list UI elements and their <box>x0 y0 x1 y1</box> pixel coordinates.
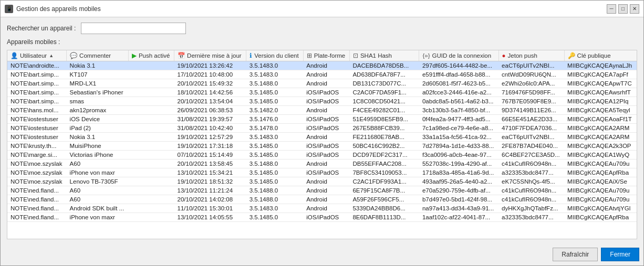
col-header-push[interactable]: ▶ Push activé <box>128 50 174 61</box>
table-cell: 8E6DAF8B1113D... <box>349 213 419 222</box>
table-cell: MIIBCgKCAQEApfRba <box>564 213 637 222</box>
table-cell: 31/08/2021 10:42:40 <box>174 124 246 133</box>
table-cell: MIIBCgKCAQEApfRba <box>564 168 637 177</box>
table-cell: DB55EFFAAC208... <box>349 159 419 168</box>
close-button-footer[interactable]: Fermer <box>601 248 639 261</box>
table-cell: DACEB6DA78D5B... <box>349 61 419 70</box>
search-input[interactable] <box>81 23 186 34</box>
section-label: Appareils mobiles : <box>7 38 637 46</box>
table-cell: 07/10/2021 15:14:49 <box>174 151 246 159</box>
table-row[interactable]: NOTE\ned.fland...Android SDK built ...11… <box>7 204 637 213</box>
table-row[interactable]: NOTE\iostestuseriOS Device31/08/2021 19:… <box>7 115 637 124</box>
table-scroll[interactable]: 👤 Utilisateur ▲ 💬 Commenter <box>7 50 637 239</box>
table-cell: MIIBCgKCAQEAtvtjYGl <box>564 204 637 213</box>
table-row[interactable]: NOTE\moe.szyslakA6020/10/2021 13:58:453.… <box>7 159 637 168</box>
table-cell: NOTE\marge.si... <box>7 151 67 159</box>
table-cell: iOS/iPadOS <box>303 115 349 124</box>
table-cell: NOTE\ned.fland... <box>7 204 67 213</box>
minimize-button[interactable]: ─ <box>607 4 616 14</box>
table-cell: Android <box>303 204 349 213</box>
table-cell: NOTE\bart.simp... <box>7 79 67 88</box>
table-cell: NOTE\ned.fland... <box>7 195 67 204</box>
maximize-button[interactable]: □ <box>618 4 628 14</box>
col-guid-label: GUID de la connexion <box>432 52 492 59</box>
table-cell: e2Whi2o6lc0:APA... <box>498 79 564 88</box>
table-cell <box>128 70 174 79</box>
table-cell: 3.5.1483.0 <box>246 133 303 142</box>
table-row[interactable]: NOTE\bart.simp...smas20/10/2021 13:54:04… <box>7 97 637 106</box>
table-cell: 3.5.1488.0 <box>246 159 303 168</box>
table-cell: MIIBCgKCAQEA7apFf <box>564 70 637 79</box>
table-cell: NOTE\ned.fland... <box>7 186 67 195</box>
table-cell: iOS/iPadOS <box>303 168 349 177</box>
table-row[interactable]: NOTE\ned.fland...iPhone von maxr13/10/20… <box>7 213 637 222</box>
col-header-jeton[interactable]: ● Jeton push <box>498 50 564 61</box>
table-cell: a323353bdc8477... <box>498 168 564 177</box>
table-row[interactable]: NOTE\iostestuserNokia 3.119/10/2021 12:5… <box>7 133 637 142</box>
table-cell: eK7C5SNhQs-4f5... <box>498 177 564 186</box>
table-row[interactable]: NOTE\moe.szyslakiPhone von maxr13/10/202… <box>7 168 637 177</box>
table-cell: 3.5.1483.0 <box>246 70 303 79</box>
table-cell: DB131C73D077C... <box>349 79 419 88</box>
search-row: Rechercher un appareil : <box>7 23 637 34</box>
device-table-container: 👤 Utilisateur ▲ 💬 Commenter <box>7 50 637 239</box>
table-cell: iPad (2) <box>67 124 129 133</box>
col-jeton-label: Jeton push <box>508 52 537 59</box>
table-row[interactable]: NOTE\bart.simp...KT10717/10/2021 10:48:0… <box>7 70 637 79</box>
table-cell: c41kCufIR6O948n... <box>498 186 564 195</box>
table-cell: MIIBCgKCAQEAwsrhfT <box>564 88 637 97</box>
table-cell <box>128 159 174 168</box>
table-row[interactable]: NOTE\krusty.th...MuisiPhone19/10/2021 17… <box>7 142 637 151</box>
table-row[interactable]: NOTE\bart.simp...MRD-LX120/10/2021 15:49… <box>7 79 637 88</box>
push-icon: ● <box>502 52 506 59</box>
title-bar-left: 📱 Gestion des appareils mobiles <box>5 5 101 13</box>
col-header-date[interactable]: 📅 Dernière mise à jour <box>174 50 246 61</box>
table-cell: 50BC416C992B2... <box>349 142 419 151</box>
table-row[interactable]: NOTE\marge.si...Victorias iPhone07/10/20… <box>7 151 637 159</box>
table-cell: e70a5290-759e-4dfb-af... <box>419 186 498 195</box>
comment-icon: 💬 <box>70 52 77 59</box>
table-cell: 11/10/2021 15:30:01 <box>174 204 246 213</box>
col-push-label: Push activé <box>139 52 170 59</box>
table-row[interactable]: NOTE\ned.fland...A6020/10/2021 14:02:083… <box>7 195 637 204</box>
col-header-guid[interactable]: {»} GUID de la connexion <box>419 50 498 61</box>
table-row[interactable]: NOTE\iostestuseriPad (2)31/08/2021 10:42… <box>7 124 637 133</box>
table-cell: AD638DF6A78F7... <box>349 70 419 79</box>
table-cell: 13/10/2021 15:34:21 <box>174 168 246 177</box>
col-header-platform[interactable]: ⊞ Plate-forme <box>303 50 349 61</box>
sha1-icon: ⊡ <box>353 52 358 59</box>
table-cell: MIIBCgKCAQEAu709u <box>564 159 637 168</box>
table-cell: smas <box>67 97 129 106</box>
col-header-user[interactable]: 👤 Utilisateur ▲ <box>7 50 67 61</box>
table-cell: Lenovo TB-7305F <box>67 177 129 186</box>
sort-icon-user: ▲ <box>49 53 54 58</box>
table-row[interactable]: NOTE\moe.szyslakLenovo TB-7305F19/10/202… <box>7 177 637 186</box>
table-cell: MIIBCgKCAQEApwT7C <box>564 79 637 88</box>
guid-icon: {»} <box>422 52 430 59</box>
table-cell: 20/10/2021 13:58:45 <box>174 159 246 168</box>
refresh-button[interactable]: Rafraîchir <box>553 248 598 261</box>
col-header-cle[interactable]: 🔑 Clé publique <box>564 50 637 61</box>
table-cell: C2AC0F7DA59F1... <box>349 88 419 97</box>
col-header-sha1[interactable]: ⊡ SHA1 Hash <box>349 50 419 61</box>
table-cell: NOTE\moe.szyslak <box>7 159 67 168</box>
table-cell: 7c1a98ed-ce79-4e6e-a8... <box>419 124 498 133</box>
table-row[interactable]: NOTE\hans.mol...akn12promax26/09/2021 06… <box>7 106 637 115</box>
table-cell: iOS/iPadOS <box>303 142 349 151</box>
footer: Rafraîchir Fermer <box>1 244 643 265</box>
table-cell: NOTE\androidte... <box>7 61 67 70</box>
table-cell: na97a413-dd34-43a9-91... <box>419 204 498 213</box>
table-cell: 66E5E451AE2D33... <box>498 115 564 124</box>
col-platform-label: Plate-forme <box>314 52 345 59</box>
table-cell: A60 <box>67 195 129 204</box>
close-button[interactable]: ✕ <box>630 4 639 14</box>
col-header-device[interactable]: 💬 Commenter <box>67 50 129 61</box>
table-row[interactable]: NOTE\androidte...Nokia 3.119/10/2021 13:… <box>7 61 637 70</box>
table-row[interactable]: NOTE\bart.simp...Sebastian's iPhoner18/1… <box>7 88 637 97</box>
col-header-version[interactable]: ℹ Version du client <box>246 50 303 61</box>
table-cell <box>128 88 174 97</box>
table-cell: 51E4959D8E5FB9... <box>349 115 419 124</box>
table-row[interactable]: NOTE\ned.fland...A6013/10/2021 11:21:243… <box>7 186 637 195</box>
table-cell: f3ca0096-a0cb-4eae-97... <box>419 151 498 159</box>
table-cell: 3.5.1476.0 <box>246 115 303 124</box>
